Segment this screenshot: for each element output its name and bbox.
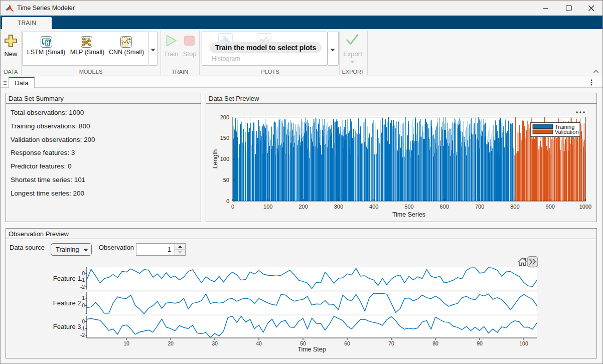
svg-text:40: 40 (256, 340, 262, 346)
svg-text:70: 70 (388, 340, 394, 346)
svg-text:500: 500 (404, 204, 413, 210)
svg-text:900: 900 (546, 204, 555, 210)
svg-text:200: 200 (220, 114, 229, 120)
svg-text:200: 200 (298, 204, 308, 210)
svg-text:10: 10 (123, 340, 129, 346)
svg-text:Feature 3: Feature 3 (53, 323, 81, 330)
svg-text:90: 90 (477, 340, 483, 346)
svg-text:80: 80 (432, 340, 438, 346)
svg-text:100: 100 (263, 204, 272, 210)
svg-text:50: 50 (223, 177, 229, 183)
svg-text:400: 400 (369, 204, 378, 210)
svg-text:1: 1 (82, 295, 85, 301)
svg-text:Time Series: Time Series (392, 211, 425, 218)
svg-text:1000: 1000 (579, 204, 591, 210)
svg-text:800: 800 (510, 204, 519, 210)
svg-text:100: 100 (519, 340, 528, 346)
svg-text:Feature 1: Feature 1 (53, 275, 81, 282)
svg-text:-2: -2 (80, 332, 85, 338)
svg-text:Time Step: Time Step (297, 346, 326, 353)
svg-text:20: 20 (168, 340, 174, 346)
svg-text:0: 0 (226, 198, 229, 204)
svg-text:0: 0 (82, 271, 85, 276)
svg-text:60: 60 (344, 340, 350, 346)
svg-text:0: 0 (82, 319, 85, 324)
svg-text:-2: -2 (80, 284, 85, 290)
svg-text:600: 600 (440, 204, 449, 210)
svg-text:Validation: Validation (555, 129, 579, 135)
svg-text:0: 0 (82, 303, 85, 308)
svg-text:0: 0 (231, 204, 234, 210)
svg-text:100: 100 (220, 156, 229, 162)
svg-text:150: 150 (220, 135, 229, 141)
svg-text:700: 700 (475, 204, 484, 210)
svg-text:Feature 2: Feature 2 (53, 299, 81, 307)
svg-text:300: 300 (334, 204, 343, 210)
svg-text:Length: Length (212, 149, 219, 168)
svg-text:30: 30 (212, 340, 218, 346)
